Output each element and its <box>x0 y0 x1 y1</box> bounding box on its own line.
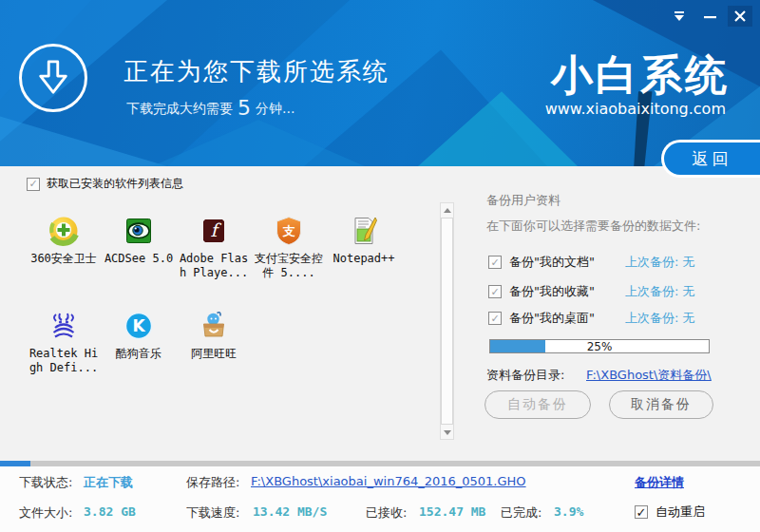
realtek-icon <box>48 310 80 342</box>
backup-row-documents: ✓ 备份"我的文档" 上次备份: 无 <box>488 254 695 271</box>
backup-row-desktop: ✓ 备份"我的桌面" 上次备份: 无 <box>488 310 695 327</box>
software-item-aliwangwang[interactable]: 阿里旺旺 <box>177 310 251 361</box>
header-banner: 正在为您下载所选系统 下载完成大约需要5分钟... 小白系统 www.xiaob… <box>0 0 760 166</box>
software-item-label: Adobe Flash Playe... <box>177 252 251 280</box>
close-button[interactable] <box>728 6 752 27</box>
notepad-icon <box>348 215 380 247</box>
brand-website: www.xiaobaixitong.com <box>545 100 726 118</box>
subtitle: 下载完成大约需要5分钟... <box>126 96 294 120</box>
download-state-value: 正在下载 <box>84 474 133 491</box>
status-bar: 下载状态: 正在下载 保存路径: F:\XBGhost\xiaobai_win7… <box>0 466 760 532</box>
scroll-up-icon[interactable] <box>441 203 453 217</box>
backup-dir-label: 资料备份目录: <box>486 367 564 384</box>
flash-icon: f <box>198 215 230 247</box>
file-size-label: 文件大小: <box>19 504 72 522</box>
subtitle-minutes: 5 <box>233 96 256 120</box>
auto-restart-row: ✓ 自动重启 <box>635 504 705 521</box>
backup-progress-percent: 25% <box>490 340 709 354</box>
app-window: 正在为您下载所选系统 下载完成大约需要5分钟... 小白系统 www.xiaob… <box>0 0 760 532</box>
received-value: 152.47 MB <box>419 504 485 519</box>
backup-documents-checkbox[interactable]: ✓ <box>488 256 502 269</box>
auto-restart-label: 自动重启 <box>656 504 705 521</box>
backup-row-label: 备份"我的桌面" <box>509 310 608 327</box>
acdsee-icon <box>123 215 155 247</box>
360-safe-icon <box>48 215 80 247</box>
last-backup-status[interactable]: 上次备份: 无 <box>625 254 695 271</box>
page-title: 正在为您下载所选系统 <box>124 55 390 88</box>
subtitle-suffix: 分钟... <box>256 101 294 116</box>
get-installed-list-checkbox[interactable]: ✓ <box>27 178 40 191</box>
auto-backup-button[interactable]: 自动备份 <box>484 390 591 419</box>
software-list-scrollbar[interactable] <box>440 202 454 440</box>
menu-button[interactable] <box>667 6 692 27</box>
software-item-label: Notepad++ <box>327 252 401 266</box>
received-label: 已接收: <box>366 504 407 522</box>
svg-text:支: 支 <box>282 224 296 238</box>
scroll-down-icon[interactable] <box>441 426 453 439</box>
software-item-label: 阿里旺旺 <box>177 347 251 361</box>
save-path-label: 保存路径: <box>186 474 239 491</box>
software-item-label: Realtek High Defi... <box>27 347 101 375</box>
software-item-acdsee[interactable]: ACDSee 5.0 <box>102 215 176 266</box>
auto-restart-checkbox[interactable]: ✓ <box>635 505 648 519</box>
backup-row-label: 备份"我的文档" <box>509 254 608 271</box>
last-backup-status[interactable]: 上次备份: 无 <box>625 283 695 300</box>
backup-detail-link[interactable]: 备份详情 <box>635 474 684 491</box>
window-controls <box>667 6 752 27</box>
software-item-flash[interactable]: f Adobe Flash Playe... <box>177 215 251 280</box>
software-item-realtek[interactable]: Realtek High Defi... <box>27 310 101 375</box>
backup-progress-bar: 25% <box>489 339 710 353</box>
alipay-icon: 支 <box>273 215 305 247</box>
backup-dir-link[interactable]: F:\XBGhost\资料备份\ <box>586 367 712 384</box>
cancel-backup-button[interactable]: 取消备份 <box>609 390 713 419</box>
get-installed-list-label: 获取已安装的软件列表信息 <box>47 176 183 192</box>
software-item-kugou[interactable]: K 酷狗音乐 <box>102 310 176 361</box>
aliwangwang-icon <box>198 310 230 342</box>
software-item-alipay[interactable]: 支 支付宝安全控件 5.... <box>252 215 326 280</box>
download-icon <box>19 44 87 112</box>
download-state-label: 下载状态: <box>19 474 72 491</box>
software-item-label: 酷狗音乐 <box>102 347 176 361</box>
subtitle-prefix: 下载完成大约需要 <box>126 101 233 116</box>
kugou-icon: K <box>123 310 155 342</box>
backup-row-label: 备份"我的收藏" <box>509 283 608 300</box>
brand-logo: 小白系统 <box>551 48 730 104</box>
completed-label: 已完成: <box>501 504 542 522</box>
completed-value: 3.9% <box>554 504 583 519</box>
scrollbar-thumb[interactable] <box>441 218 453 425</box>
backup-favorites-checkbox[interactable]: ✓ <box>488 285 502 298</box>
speed-value: 13.42 MB/S <box>253 504 327 519</box>
speed-label: 下载速度: <box>186 504 239 522</box>
last-backup-status[interactable]: 上次备份: 无 <box>625 310 695 327</box>
backup-panel-description: 在下面你可以选择需要备份的数据文件: <box>486 218 700 235</box>
software-item-label: ACDSee 5.0 <box>102 252 176 266</box>
minimize-button[interactable] <box>697 6 722 27</box>
get-installed-list-row: ✓ 获取已安装的软件列表信息 <box>27 176 183 192</box>
software-item-label: 支付宝安全控件 5.... <box>252 252 326 280</box>
software-item-label: 360安全卫士 <box>27 252 101 266</box>
backup-desktop-checkbox[interactable]: ✓ <box>488 312 502 325</box>
backup-row-favorites: ✓ 备份"我的收藏" 上次备份: 无 <box>488 283 695 300</box>
software-item-notepadpp[interactable]: Notepad++ <box>327 215 401 266</box>
svg-text:K: K <box>132 316 145 335</box>
save-path-link[interactable]: F:\XBGhost\xiaobai_win764_2016_0501.GHO <box>251 474 526 488</box>
software-item-360[interactable]: 360安全卫士 <box>27 215 101 266</box>
backup-panel-title: 备份用户资料 <box>486 192 560 209</box>
file-size-value: 3.82 GB <box>84 504 136 519</box>
back-button[interactable]: 返回 <box>661 140 760 178</box>
